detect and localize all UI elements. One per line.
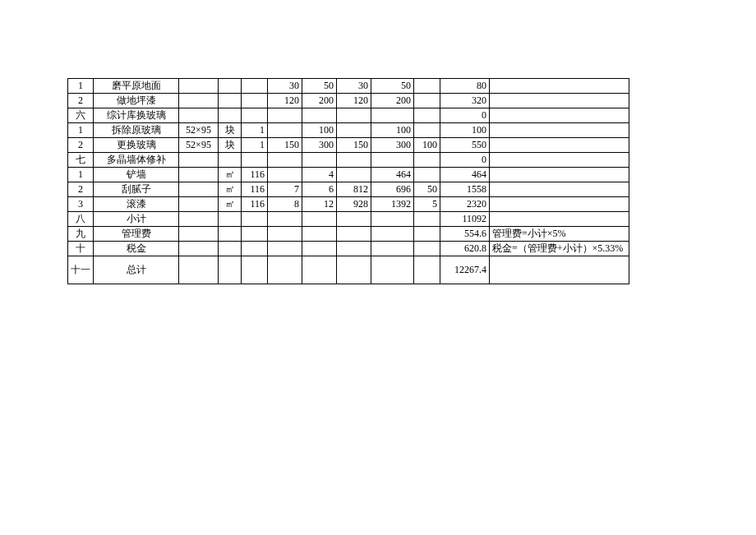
- table-cell: 300: [371, 138, 414, 153]
- table-cell: ㎡: [219, 182, 242, 197]
- table-cell: [242, 227, 268, 242]
- table-cell: [219, 227, 242, 242]
- table-cell: 120: [337, 94, 371, 108]
- table-cell: 8: [268, 197, 302, 212]
- table-cell: 6: [302, 182, 337, 197]
- table-cell: 税金=（管理费+小计）×5.33%: [490, 242, 629, 256]
- table-cell: 150: [268, 138, 302, 153]
- table-cell: 刮腻子: [94, 182, 179, 197]
- table-cell: [337, 227, 371, 242]
- table-cell: [179, 227, 219, 242]
- table-cell: [268, 242, 302, 256]
- table-cell: [242, 242, 268, 256]
- table-cell: [179, 94, 219, 108]
- table-cell: [414, 256, 440, 284]
- table-cell: [490, 79, 629, 94]
- table-cell: [414, 242, 440, 256]
- table-cell: [179, 197, 219, 212]
- table-cell: [371, 256, 414, 284]
- table-cell: [242, 153, 268, 168]
- table-cell: 滚漆: [94, 197, 179, 212]
- table-cell: 0: [440, 108, 490, 123]
- table-cell: 十一: [68, 256, 94, 284]
- table-cell: [179, 212, 219, 227]
- table-cell: 更换玻璃: [94, 138, 179, 153]
- table-cell: [179, 256, 219, 284]
- table-cell: 九: [68, 227, 94, 242]
- table-cell: [302, 256, 337, 284]
- table-cell: [490, 94, 629, 108]
- table-cell: [371, 227, 414, 242]
- table-row: 2更换玻璃52×95块1150300150300100550: [68, 138, 629, 153]
- table-cell: [179, 182, 219, 197]
- document-page: 1磨平原地面30503050802做地坪漆120200120200320六综计库…: [0, 0, 756, 535]
- table-cell: 100: [414, 138, 440, 153]
- table-cell: [179, 168, 219, 182]
- table-row: 六综计库换玻璃0: [68, 108, 629, 123]
- table-cell: 116: [242, 197, 268, 212]
- table-cell: [490, 212, 629, 227]
- table-row: 1铲墙㎡1164464464: [68, 168, 629, 182]
- table-cell: 200: [302, 94, 337, 108]
- table-cell: 116: [242, 182, 268, 197]
- table-cell: 1: [68, 123, 94, 138]
- table-cell: [337, 168, 371, 182]
- table-cell: [414, 108, 440, 123]
- table-cell: [219, 153, 242, 168]
- table-cell: [242, 108, 268, 123]
- table-cell: [179, 242, 219, 256]
- table-cell: 十: [68, 242, 94, 256]
- table-cell: 116: [242, 168, 268, 182]
- table-cell: [414, 79, 440, 94]
- table-cell: [242, 79, 268, 94]
- table-cell: 磨平原地面: [94, 79, 179, 94]
- table-cell: 150: [337, 138, 371, 153]
- table-cell: [337, 123, 371, 138]
- table-cell: [371, 108, 414, 123]
- table-cell: 3: [68, 197, 94, 212]
- table-cell: 1558: [440, 182, 490, 197]
- table-cell: 2320: [440, 197, 490, 212]
- table-cell: 52×95: [179, 138, 219, 153]
- table-cell: 554.6: [440, 227, 490, 242]
- table-cell: 100: [302, 123, 337, 138]
- table-cell: 30: [268, 79, 302, 94]
- table-cell: [179, 108, 219, 123]
- table-cell: [268, 212, 302, 227]
- table-cell: [268, 168, 302, 182]
- table-cell: 2: [68, 138, 94, 153]
- table-cell: 620.8: [440, 242, 490, 256]
- table-cell: 管理费: [94, 227, 179, 242]
- table-cell: 块: [219, 138, 242, 153]
- table-cell: 100: [371, 123, 414, 138]
- table-cell: [179, 153, 219, 168]
- table-cell: [219, 94, 242, 108]
- table-body: 1磨平原地面30503050802做地坪漆120200120200320六综计库…: [68, 79, 629, 284]
- table-cell: 拆除原玻璃: [94, 123, 179, 138]
- table-cell: 4: [302, 168, 337, 182]
- table-cell: 928: [337, 197, 371, 212]
- table-cell: [268, 153, 302, 168]
- table-cell: [337, 242, 371, 256]
- table-cell: [219, 256, 242, 284]
- table-cell: 120: [268, 94, 302, 108]
- table-cell: [337, 153, 371, 168]
- table-cell: 52×95: [179, 123, 219, 138]
- table-cell: [219, 212, 242, 227]
- table-row: 十税金620.8税金=（管理费+小计）×5.33%: [68, 242, 629, 256]
- table-cell: [414, 123, 440, 138]
- table-cell: 八: [68, 212, 94, 227]
- table-cell: 50: [371, 79, 414, 94]
- table-cell: [268, 227, 302, 242]
- table-cell: [268, 108, 302, 123]
- table-cell: ㎡: [219, 197, 242, 212]
- table-cell: 80: [440, 79, 490, 94]
- table-cell: [179, 79, 219, 94]
- table-cell: 12: [302, 197, 337, 212]
- table-cell: 管理费=小计×5%: [490, 227, 629, 242]
- table-cell: [371, 153, 414, 168]
- table-cell: [302, 227, 337, 242]
- table-cell: 七: [68, 153, 94, 168]
- table-cell: 100: [440, 123, 490, 138]
- table-cell: 50: [302, 79, 337, 94]
